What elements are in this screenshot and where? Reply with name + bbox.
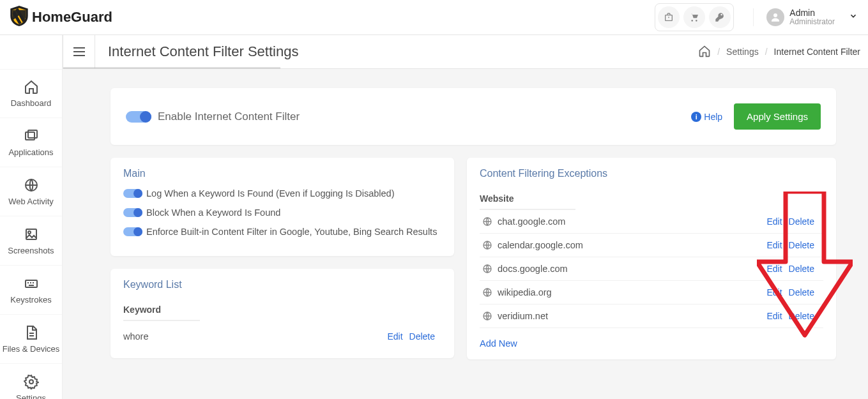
exception-row: calendar.google.com Edit Delete: [480, 234, 823, 257]
edit-link[interactable]: Edit: [766, 287, 782, 297]
breadcrumb-current: Internet Content Filter: [774, 47, 860, 57]
help-link[interactable]: iHelp: [691, 112, 722, 122]
sidebar-label: Screenshots: [8, 246, 54, 255]
page-header: Internet Content Filter Settings / Setti…: [63, 35, 868, 69]
delete-link[interactable]: Delete: [789, 287, 814, 297]
globe-icon: [482, 287, 492, 297]
breadcrumb-link-settings[interactable]: Settings: [726, 47, 759, 57]
breadcrumb: / Settings / Internet Content Filter: [698, 45, 868, 59]
toggle-block-keyword: Block When a Keyword Is Found: [123, 207, 441, 218]
globe-icon: [482, 216, 492, 227]
home-icon[interactable]: [698, 45, 711, 59]
window-icon: [24, 128, 39, 144]
content-area: Enable Internet Content Filter iHelp App…: [95, 69, 857, 399]
svg-rect-13: [29, 285, 34, 286]
sidebar-label: Applications: [8, 147, 53, 157]
add-new-link[interactable]: Add New: [480, 338, 517, 349]
sidebar-label: Keystrokes: [10, 295, 51, 305]
exception-url: docs.google.com: [498, 264, 766, 274]
sidebar-item-keystrokes[interactable]: Keystrokes: [0, 266, 62, 315]
brand-shield-icon: [10, 6, 28, 29]
main-card: Main Log When a Keyword Is Found (Even i…: [110, 158, 454, 256]
sidebar-item-files-devices[interactable]: Files & Devices: [0, 315, 62, 364]
exception-url: calendar.google.com: [498, 240, 766, 250]
sidebar-label: Web Activity: [8, 197, 54, 206]
info-icon: i: [691, 112, 701, 122]
document-icon: [24, 325, 39, 340]
sidebar-toggle-button[interactable]: [63, 35, 95, 68]
hero-card: Enable Internet Content Filter iHelp App…: [110, 88, 836, 145]
svg-point-3: [773, 13, 777, 17]
exception-url: chat.google.com: [498, 216, 766, 227]
keyword-row: whore Edit Delete: [123, 325, 441, 348]
briefcase-icon[interactable]: [658, 6, 680, 28]
home-icon: [24, 79, 39, 94]
delete-link[interactable]: Delete: [789, 264, 814, 274]
top-bar: HomeGuard Admin Administrator: [0, 0, 868, 35]
delete-link[interactable]: Delete: [789, 216, 814, 227]
keyword-card-title: Keyword List: [123, 279, 441, 290]
user-name: Admin: [789, 8, 835, 18]
exception-url: veridium.net: [498, 311, 766, 321]
svg-rect-9: [26, 280, 37, 287]
toggle-switch[interactable]: [123, 189, 142, 198]
sidebar-label: Settings: [16, 393, 46, 400]
gear-icon: [24, 374, 39, 389]
key-icon[interactable]: [709, 6, 731, 28]
sidebar-item-settings[interactable]: Settings: [0, 364, 62, 399]
exceptions-title: Content Filtering Exceptions: [480, 168, 823, 179]
cart-icon[interactable]: [683, 6, 705, 28]
brand-name: HomeGuard: [32, 9, 112, 26]
exceptions-card: Content Filtering Exceptions Website cha…: [467, 158, 836, 359]
edit-link[interactable]: Edit: [766, 216, 782, 227]
user-text: Admin Administrator: [789, 8, 835, 27]
svg-rect-11: [30, 282, 31, 283]
toggle-switch[interactable]: [123, 208, 142, 217]
user-menu[interactable]: Admin Administrator: [753, 8, 858, 27]
chevron-down-icon: [849, 11, 858, 23]
toggle-switch[interactable]: [123, 227, 142, 236]
toggle-log-keyword: Log When a Keyword Is Found (Even if Log…: [123, 188, 441, 199]
svg-point-14: [29, 380, 33, 384]
keyword-header: Keyword: [123, 299, 200, 321]
edit-link[interactable]: Edit: [766, 240, 782, 250]
exception-row: veridium.net Edit Delete: [480, 305, 823, 328]
main-card-title: Main: [123, 168, 441, 179]
edit-link[interactable]: Edit: [766, 311, 782, 321]
svg-rect-12: [33, 282, 34, 283]
svg-rect-10: [27, 282, 29, 283]
keyword-value: whore: [123, 331, 387, 342]
svg-rect-5: [28, 130, 37, 138]
globe-icon: [482, 264, 492, 274]
sidebar-label: Files & Devices: [3, 344, 60, 354]
edit-link[interactable]: Edit: [387, 331, 402, 342]
exception-url: wikipedia.org: [498, 287, 766, 297]
sidebar-item-applications[interactable]: Applications: [0, 118, 62, 167]
brand[interactable]: HomeGuard: [10, 6, 112, 29]
user-role: Administrator: [789, 18, 835, 26]
sidebar-item-web-activity[interactable]: Web Activity: [0, 167, 62, 216]
keyword-list-card: Keyword List Keyword whore Edit Delete: [110, 269, 454, 358]
sidebar-item-dashboard[interactable]: Dashboard: [0, 69, 62, 118]
svg-rect-4: [26, 132, 34, 140]
enable-filter-label: Enable Internet Content Filter: [158, 110, 300, 123]
exception-row: docs.google.com Edit Delete: [480, 257, 823, 281]
top-right: Admin Administrator: [655, 3, 858, 31]
exception-row: chat.google.com Edit Delete: [480, 210, 823, 234]
image-icon: [24, 227, 39, 242]
avatar-icon: [766, 8, 784, 26]
edit-link[interactable]: Edit: [766, 264, 782, 274]
apply-settings-button[interactable]: Apply Settings: [734, 103, 821, 130]
delete-link[interactable]: Delete: [789, 240, 814, 250]
exception-row: wikipedia.org Edit Delete: [480, 281, 823, 305]
sidebar-item-screenshots[interactable]: Screenshots: [0, 216, 62, 266]
toggle-safesearch: Enforce Built-in Content Filter in Googl…: [123, 227, 441, 237]
delete-link[interactable]: Delete: [789, 311, 814, 321]
svg-point-8: [28, 231, 31, 234]
delete-link[interactable]: Delete: [409, 331, 435, 342]
hamburger-icon: [73, 47, 85, 56]
globe-icon: [482, 311, 492, 321]
keyboard-icon: [24, 276, 39, 291]
enable-filter-toggle[interactable]: [126, 111, 151, 123]
sidebar-label: Dashboard: [11, 98, 52, 108]
